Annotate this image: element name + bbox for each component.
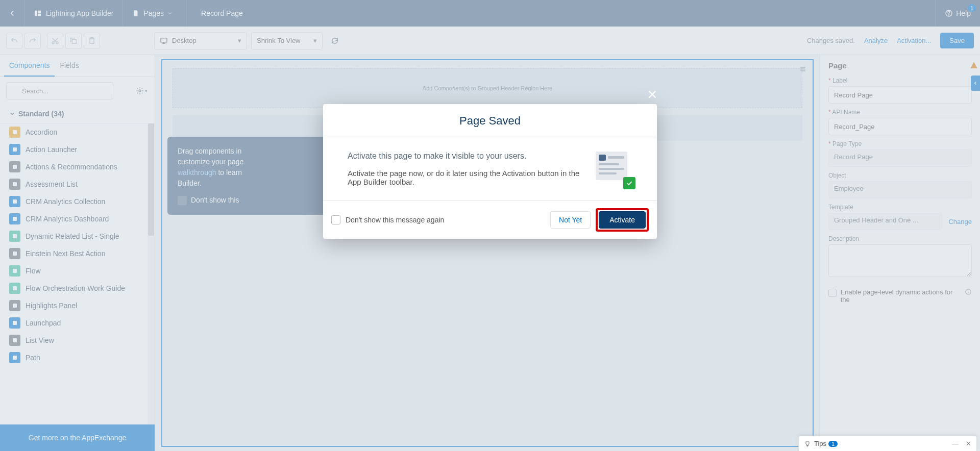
page-saved-modal: Page Saved Activate this page to make it… — [323, 104, 657, 239]
modal-title: Page Saved — [323, 104, 657, 137]
activate-button-highlight: Activate — [596, 208, 649, 232]
not-yet-button[interactable]: Not Yet — [550, 211, 591, 229]
close-icon — [647, 89, 658, 100]
tips-label: Tips — [814, 440, 826, 447]
activate-button[interactable]: Activate — [599, 211, 646, 229]
modal-dont-show-checkbox[interactable] — [331, 215, 340, 224]
modal-close-button[interactable] — [645, 87, 660, 102]
tips-close-button[interactable]: ✕ — [966, 440, 971, 447]
check-icon — [623, 177, 635, 189]
tips-count: 1 — [828, 441, 838, 447]
lightbulb-icon — [804, 440, 811, 447]
modal-lead: Activate this page to make it visible to… — [348, 152, 580, 161]
modal-illustration — [596, 152, 632, 186]
tips-minimize-button[interactable]: — — [952, 440, 959, 447]
tips-panel[interactable]: Tips 1 — ✕ — [798, 436, 977, 451]
modal-body-text: Activate the page now, or do it later us… — [348, 169, 580, 186]
modal-dont-show-label: Don't show this message again — [346, 216, 444, 224]
